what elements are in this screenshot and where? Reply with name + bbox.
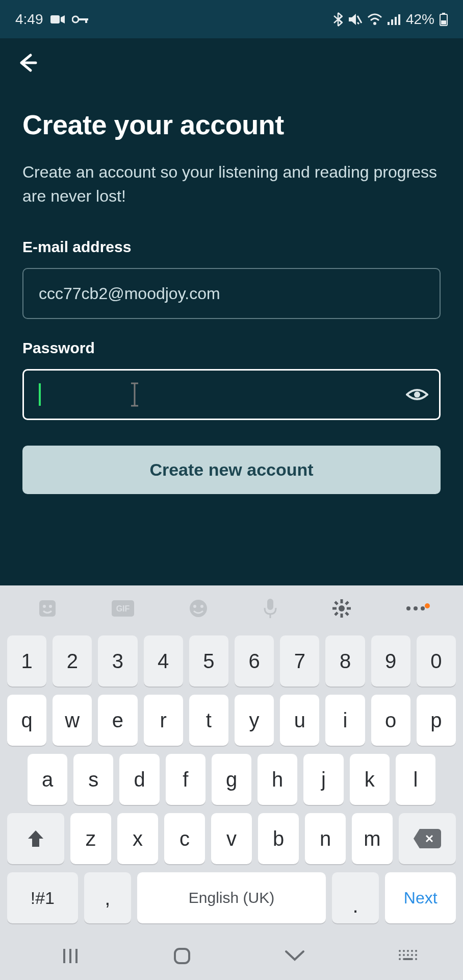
key-z[interactable]: z xyxy=(70,813,111,864)
svg-point-21 xyxy=(193,605,196,608)
svg-rect-42 xyxy=(175,949,189,963)
svg-point-35 xyxy=(414,606,418,610)
period-key[interactable]: . xyxy=(332,872,379,923)
key-a[interactable]: a xyxy=(28,754,67,805)
svg-point-52 xyxy=(415,954,417,956)
backspace-key[interactable] xyxy=(399,813,456,864)
svg-point-43 xyxy=(399,950,401,952)
key-o[interactable]: o xyxy=(371,695,410,746)
svg-rect-8 xyxy=(391,19,393,25)
email-field-wrap xyxy=(22,268,441,319)
svg-point-17 xyxy=(49,605,52,608)
svg-point-16 xyxy=(43,605,46,608)
keyboard-row-bottom: !#1 , English (UK) . Next xyxy=(7,872,456,923)
svg-point-45 xyxy=(407,950,409,952)
gif-icon[interactable]: GIF xyxy=(111,600,135,617)
key-s[interactable]: s xyxy=(73,754,113,805)
comma-key[interactable]: , xyxy=(84,872,131,923)
svg-point-20 xyxy=(190,600,207,617)
key-2[interactable]: 2 xyxy=(53,635,92,687)
space-key[interactable]: English (UK) xyxy=(137,872,326,923)
key-n[interactable]: n xyxy=(305,813,346,864)
key-l[interactable]: l xyxy=(396,754,435,805)
key-y[interactable]: y xyxy=(235,695,274,746)
key-x[interactable]: x xyxy=(117,813,158,864)
svg-point-47 xyxy=(415,950,417,952)
key-q[interactable]: q xyxy=(7,695,46,746)
svg-point-1 xyxy=(72,16,79,22)
keyboard-rows: 1234567890 qwertyuiop asdfghjkl zxcvbnm … xyxy=(0,631,463,932)
app-header xyxy=(0,38,463,82)
recents-button[interactable] xyxy=(61,947,80,965)
status-left: 4:49 xyxy=(15,11,89,28)
svg-line-32 xyxy=(335,612,338,615)
key-m[interactable]: m xyxy=(352,813,393,864)
signal-icon xyxy=(388,14,401,25)
svg-point-25 xyxy=(339,605,345,611)
key-b[interactable]: b xyxy=(258,813,299,864)
vpn-key-icon xyxy=(72,15,89,24)
svg-rect-0 xyxy=(50,15,60,23)
svg-point-49 xyxy=(403,954,405,956)
mic-icon[interactable] xyxy=(263,598,278,619)
home-button[interactable] xyxy=(172,946,192,966)
key-e[interactable]: e xyxy=(98,695,137,746)
key-r[interactable]: r xyxy=(144,695,183,746)
svg-rect-3 xyxy=(85,18,87,23)
ibeam-icon xyxy=(130,382,140,409)
key-g[interactable]: g xyxy=(212,754,251,805)
settings-icon[interactable] xyxy=(331,598,352,619)
key-d[interactable]: d xyxy=(119,754,159,805)
notification-dot-icon xyxy=(425,603,430,608)
key-k[interactable]: k xyxy=(350,754,390,805)
svg-line-30 xyxy=(335,602,338,604)
key-5[interactable]: 5 xyxy=(189,635,228,687)
key-6[interactable]: 6 xyxy=(235,635,274,687)
back-button[interactable] xyxy=(15,51,39,75)
key-p[interactable]: p xyxy=(417,695,456,746)
next-key[interactable]: Next xyxy=(385,872,456,923)
video-icon xyxy=(50,14,65,24)
key-t[interactable]: t xyxy=(189,695,228,746)
android-navbar xyxy=(0,932,463,980)
key-1[interactable]: 1 xyxy=(7,635,46,687)
key-4[interactable]: 4 xyxy=(144,635,183,687)
shift-key[interactable] xyxy=(7,813,64,864)
hide-keyboard-button[interactable] xyxy=(284,949,305,963)
create-account-button[interactable]: Create new account xyxy=(22,446,441,494)
emoji-icon[interactable] xyxy=(188,598,209,619)
key-i[interactable]: i xyxy=(325,695,365,746)
sticker-icon[interactable] xyxy=(37,598,58,619)
svg-point-14 xyxy=(414,391,420,398)
key-j[interactable]: j xyxy=(303,754,343,805)
key-u[interactable]: u xyxy=(280,695,319,746)
wifi-icon xyxy=(367,13,382,26)
keyboard: GIF 1234567890 qwertyuiop asdfghjkl xyxy=(0,585,463,980)
key-7[interactable]: 7 xyxy=(280,635,319,687)
key-9[interactable]: 9 xyxy=(371,635,410,687)
status-time: 4:49 xyxy=(15,11,43,28)
key-c[interactable]: c xyxy=(164,813,205,864)
key-3[interactable]: 3 xyxy=(98,635,137,687)
keyboard-row-numbers: 1234567890 xyxy=(7,635,456,687)
key-w[interactable]: w xyxy=(53,695,92,746)
svg-line-31 xyxy=(346,612,348,615)
keyboard-switch-button[interactable] xyxy=(398,949,417,963)
page-subtitle: Create an account so your listening and … xyxy=(22,160,441,208)
email-input[interactable] xyxy=(22,268,441,319)
svg-rect-7 xyxy=(388,22,390,25)
toggle-password-visibility-button[interactable] xyxy=(406,386,428,403)
key-0[interactable]: 0 xyxy=(417,635,456,687)
more-icon[interactable] xyxy=(405,605,426,611)
svg-rect-13 xyxy=(441,20,446,24)
symbols-key[interactable]: !#1 xyxy=(7,872,78,923)
svg-rect-23 xyxy=(267,599,273,610)
key-h[interactable]: h xyxy=(258,754,297,805)
status-right: 42% xyxy=(333,11,448,28)
key-8[interactable]: 8 xyxy=(325,635,365,687)
svg-point-55 xyxy=(415,958,417,960)
password-input[interactable] xyxy=(22,369,441,420)
key-f[interactable]: f xyxy=(166,754,205,805)
key-v[interactable]: v xyxy=(211,813,252,864)
keyboard-toolbar: GIF xyxy=(0,585,463,631)
